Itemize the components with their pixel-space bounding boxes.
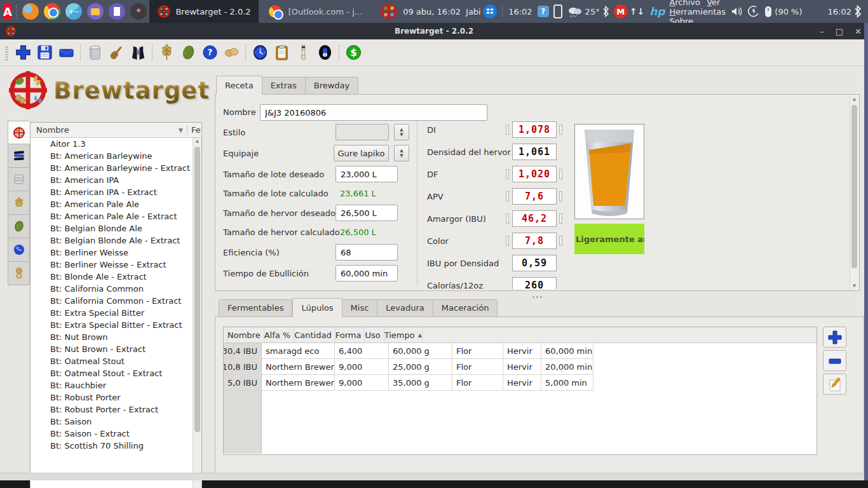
ingredient-tab[interactable]: Fermentables [219, 299, 292, 317]
hops-table[interactable]: Nombre Alfa % Cantidad Forma Uso Tiempo▲… [223, 327, 817, 455]
tree-col-fecha[interactable]: Fe [187, 125, 201, 135]
ebullicion-input[interactable] [336, 265, 398, 281]
firefox-icon[interactable] [22, 3, 39, 20]
style-suit-button[interactable] [127, 42, 149, 64]
hop-use-cell[interactable]: Hervir [503, 375, 541, 391]
column-header[interactable]: Uso [365, 327, 384, 342]
hop-name-cell[interactable]: Northern Brewer [262, 359, 335, 375]
menu-archivo[interactable]: Archivo [669, 0, 700, 7]
close-button[interactable]: ✕ [855, 27, 862, 36]
tree-vertical-scrollbar[interactable]: ▲ ▼ [193, 138, 201, 488]
hops-table-header[interactable]: Nombre Alfa % Cantidad Forma Uso Tiempo▲ [224, 327, 817, 343]
recipe-list-item[interactable]: Bt: Extra Special Bitter [31, 307, 193, 319]
timer-clock-button[interactable] [249, 42, 271, 64]
calculator-icon[interactable]: +− [65, 3, 82, 20]
recipe-list-item[interactable]: Bt: Extra Special Bitter - Extract [31, 319, 193, 331]
lote-deseado-input[interactable] [336, 166, 398, 182]
hervor-deseado-input[interactable] [336, 205, 398, 221]
gmail-icon[interactable]: M [614, 4, 628, 18]
new-recipe-button[interactable] [12, 42, 34, 64]
scrollbar-thumb[interactable] [851, 105, 857, 268]
hop-row[interactable]: 10,8 IBU Northern Brewer 9,000 25,000 g … [224, 359, 817, 375]
recipe-list-item[interactable]: Bt: Saison [31, 416, 193, 428]
ingredient-tab[interactable]: Lúpulos [292, 298, 342, 317]
scroll-down-icon[interactable]: ▼ [850, 283, 858, 288]
eficiencia-input[interactable] [336, 244, 398, 261]
mouse-battery-icon[interactable] [764, 6, 772, 18]
recipe-list-item[interactable]: Bt: Belgian Blonde Ale [31, 222, 193, 234]
help-tray-icon[interactable]: ? [538, 6, 549, 17]
column-header[interactable]: Forma [336, 327, 365, 342]
ingredient-tab[interactable]: Levadura [377, 299, 433, 317]
taskbar-item-brewtarget[interactable]: Brewtarget - 2.0.2 [149, 0, 258, 23]
panel-clock-2[interactable]: 16:02 [508, 7, 532, 17]
estilo-spin-button[interactable]: ▲▼ [394, 124, 409, 140]
pipette-button[interactable] [314, 42, 336, 64]
window-titlebar[interactable]: Brewtarget - 2.0.2 – □ ✕ [0, 23, 868, 39]
hop-form-cell[interactable]: Flor [452, 375, 503, 391]
recipe-list-item[interactable]: Bt: Scottish 70 Shilling [31, 440, 193, 452]
hop-alpha-cell[interactable]: 6,400 [335, 343, 389, 359]
panel-clock-date[interactable]: 09 abu, 16:02 [403, 7, 461, 17]
nombre-input[interactable] [260, 104, 487, 121]
documents-icon[interactable] [109, 3, 125, 20]
price-button[interactable]: $ [342, 42, 364, 64]
brew-notes-button[interactable] [271, 42, 292, 64]
column-header[interactable]: Nombre [227, 327, 264, 342]
panel-clock-right[interactable]: 16:02 [828, 7, 851, 17]
recipe-list-item[interactable]: Bt: American Pale Ale - Extract [31, 210, 193, 222]
hop-form-cell[interactable]: Flor [452, 343, 503, 359]
recipe-tab[interactable]: Brewday [306, 77, 359, 95]
recipe-list-item[interactable]: Bt: Nut Brown [31, 331, 193, 343]
save-button[interactable] [34, 42, 55, 64]
hop-name-cell[interactable]: Northern Brewer [262, 375, 335, 391]
recipe-list-item[interactable]: Bt: American Pale Ale [31, 198, 193, 210]
phone-icon[interactable] [553, 4, 562, 18]
network-traffic-icon[interactable]: ↑↓ [630, 6, 644, 17]
recipe-list-item[interactable]: Bt: Oatmeal Stout - Extract [31, 367, 193, 379]
recipe-list-item[interactable]: Bt: American Barleywine [31, 150, 193, 162]
tab-fermentables[interactable] [8, 191, 30, 215]
scrollbar-thumb[interactable] [194, 147, 200, 432]
equipaje-combo[interactable]: Gure lapiko [334, 145, 389, 161]
recipe-list-item[interactable]: Aitor 1.3 [31, 138, 193, 150]
tab-recipes[interactable] [8, 121, 30, 144]
add-hop-button[interactable] [823, 327, 846, 348]
column-header[interactable]: Alfa % [264, 327, 295, 342]
yeast-button[interactable] [220, 42, 242, 64]
tab-misc[interactable] [8, 262, 30, 285]
tab-equipment[interactable] [8, 168, 30, 191]
mash-paddle-button[interactable] [105, 42, 127, 64]
brewtarget-tray-icon[interactable] [380, 3, 398, 20]
hop-use-cell[interactable]: Hervir [503, 343, 541, 359]
chrome-icon[interactable] [44, 3, 60, 20]
tree-col-nombre[interactable]: Nombre [36, 125, 69, 135]
tools-icon[interactable] [130, 3, 147, 20]
remove-hop-button[interactable] [823, 350, 846, 371]
hop-use-cell[interactable]: Hervir [503, 359, 541, 375]
recipe-list-item[interactable]: Bt: American IPA - Extract [31, 186, 193, 198]
hp-tray-icon[interactable]: hp [649, 5, 665, 18]
recipe-list-item[interactable]: Bt: Blonde Ale - Extract [31, 271, 193, 283]
menu-ver[interactable]: Ver [707, 0, 720, 7]
recipe-tab[interactable]: Receta [216, 76, 262, 95]
recipe-list-item[interactable]: Bt: American IPA [31, 174, 193, 186]
recipe-list-item[interactable]: Bt: California Common - Extract [31, 295, 193, 307]
bluetooth-icon[interactable] [854, 5, 862, 18]
hop-name-cell[interactable]: smaragd eco [262, 343, 335, 359]
bluetooth-icon[interactable] [602, 6, 609, 17]
scroll-up-icon[interactable]: ▲ [193, 139, 201, 146]
scroll-up-icon[interactable]: ▲ [850, 97, 858, 102]
edit-hop-button[interactable] [823, 374, 846, 395]
hop-amount-cell[interactable]: 60,000 g [389, 343, 452, 359]
tab-styles[interactable] [8, 144, 30, 168]
tab-hops[interactable] [8, 215, 30, 238]
help-button[interactable]: ? [199, 42, 220, 64]
fermentable-grain-button[interactable] [156, 42, 177, 64]
hydrometer-button[interactable] [292, 42, 314, 64]
recipe-list-item[interactable]: Bt: Berliner Weisse - Extract [31, 259, 193, 271]
recipe-vertical-scrollbar[interactable]: ▲ ▼ [850, 95, 858, 290]
ingredient-tab[interactable]: Misc [342, 299, 378, 317]
estilo-combo[interactable] [336, 124, 389, 140]
recipe-list-item[interactable]: Bt: Rauchbier [31, 379, 193, 391]
